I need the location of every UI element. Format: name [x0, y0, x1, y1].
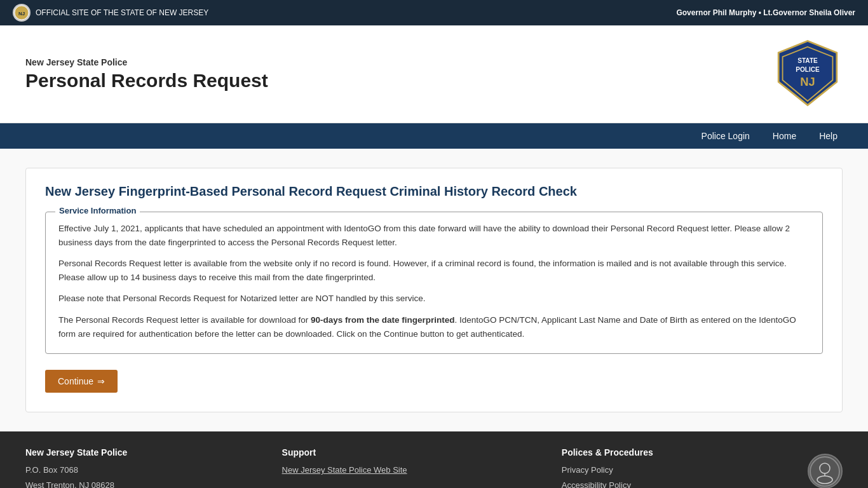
- page-header: New Jersey State Police Personal Records…: [0, 25, 868, 123]
- nj-seal-icon: NJ: [13, 4, 31, 22]
- footer-col-2: Support New Jersey State Police Web Site: [282, 447, 407, 477]
- svg-marker-3: [783, 47, 833, 101]
- footer-seal-icon: [808, 454, 843, 488]
- footer-privacy-link[interactable]: Privacy Policy: [562, 463, 653, 477]
- main-content: New Jersey Fingerprint-Based Personal Re…: [0, 149, 868, 431]
- svg-text:POLICE: POLICE: [796, 66, 820, 73]
- service-info-legend: Service Information: [55, 206, 140, 215]
- footer-address-line1: P.O. Box 7068: [25, 463, 127, 477]
- header-subtitle: New Jersey State Police: [25, 57, 268, 67]
- svg-text:STATE: STATE: [797, 57, 818, 64]
- service-info-para-1: Effective July 1, 2021, applicants that …: [58, 222, 810, 249]
- footer-col-1: New Jersey State Police P.O. Box 7068 We…: [25, 447, 127, 488]
- governor-text: Governor Phil Murphy • Lt.Governor Sheil…: [676, 8, 855, 17]
- service-info-para-3: Please note that Personal Records Reques…: [58, 292, 810, 306]
- footer-accessibility-link[interactable]: Accessibility Policy: [562, 478, 653, 488]
- svg-text:NJ: NJ: [18, 11, 25, 17]
- continue-arrow-icon: ⇒: [97, 376, 105, 386]
- footer-col-3: Polices & Procedures Privacy Policy Acce…: [562, 447, 653, 488]
- para4-bold: 90-days from the date fingerprinted: [311, 315, 455, 325]
- header-left: New Jersey State Police Personal Records…: [25, 57, 268, 92]
- footer: New Jersey State Police P.O. Box 7068 We…: [0, 431, 868, 488]
- svg-point-8: [810, 457, 839, 486]
- page-title: Personal Records Request: [25, 70, 268, 92]
- footer-njsp-link[interactable]: New Jersey State Police Web Site: [282, 463, 407, 477]
- continue-button[interactable]: Continue ⇒: [45, 370, 118, 393]
- para4-start: The Personal Records Request letter is a…: [58, 315, 311, 325]
- service-info-box: Service Information Effective July 1, 20…: [45, 212, 823, 354]
- service-info-para-2: Personal Records Request letter is avail…: [58, 257, 810, 284]
- card-title: New Jersey Fingerprint-Based Personal Re…: [45, 184, 823, 199]
- footer-col2-heading: Support: [282, 447, 407, 458]
- svg-text:NJ: NJ: [800, 75, 815, 88]
- service-info-para-4: The Personal Records Request letter is a…: [58, 313, 810, 341]
- nj-state-police-badge: STATE POLICE NJ: [773, 38, 843, 110]
- nav-help[interactable]: Help: [808, 123, 849, 149]
- top-bar-left: NJ OFFICIAL SITE OF THE STATE OF NEW JER…: [13, 4, 208, 22]
- footer-address-line2: West Trenton, NJ 08628: [25, 478, 127, 488]
- official-site-text: OFFICIAL SITE OF THE STATE OF NEW JERSEY: [36, 8, 208, 17]
- footer-col1-heading: New Jersey State Police: [25, 447, 127, 458]
- navigation-bar: Police Login Home Help: [0, 123, 868, 149]
- continue-label: Continue: [58, 376, 93, 386]
- main-card: New Jersey Fingerprint-Based Personal Re…: [25, 168, 843, 412]
- footer-col3-heading: Polices & Procedures: [562, 447, 653, 458]
- nav-home[interactable]: Home: [761, 123, 808, 149]
- nav-police-login[interactable]: Police Login: [690, 123, 761, 149]
- top-bar: NJ OFFICIAL SITE OF THE STATE OF NEW JER…: [0, 0, 868, 25]
